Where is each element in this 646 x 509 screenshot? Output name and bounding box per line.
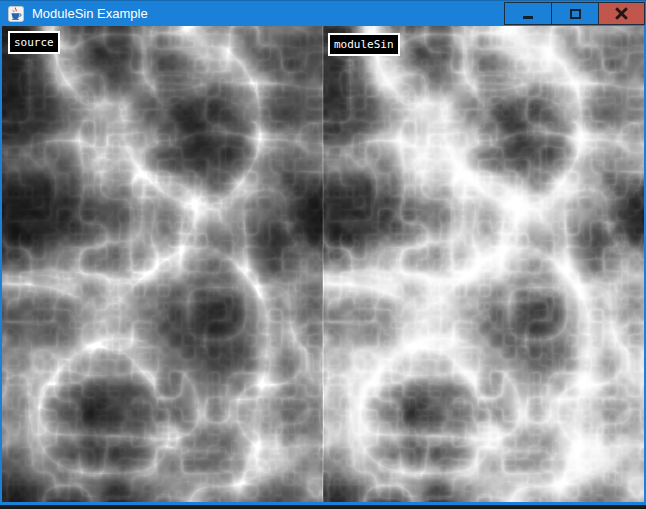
panel-label-source: source — [8, 31, 60, 54]
noise-texture-canvas — [2, 26, 644, 502]
minimize-button[interactable] — [504, 2, 551, 25]
render-area: source moduleSin — [2, 26, 644, 502]
app-window: ModuleSin Example source moduleSin — [0, 0, 646, 505]
window-controls — [504, 2, 645, 25]
panel-label-modulesin-text: moduleSin — [334, 38, 394, 51]
java-coffee-cup-icon — [8, 6, 24, 22]
maximize-button[interactable] — [551, 2, 598, 25]
desktop-shadow-strip — [0, 505, 646, 509]
maximize-icon — [570, 9, 581, 19]
window-title: ModuleSin Example — [32, 6, 148, 21]
panel-label-modulesin: moduleSin — [328, 33, 400, 56]
panel-label-source-text: source — [14, 36, 54, 49]
titlebar[interactable]: ModuleSin Example — [0, 0, 646, 26]
close-icon — [614, 6, 629, 21]
minimize-icon — [523, 16, 533, 19]
close-button[interactable] — [598, 2, 645, 25]
